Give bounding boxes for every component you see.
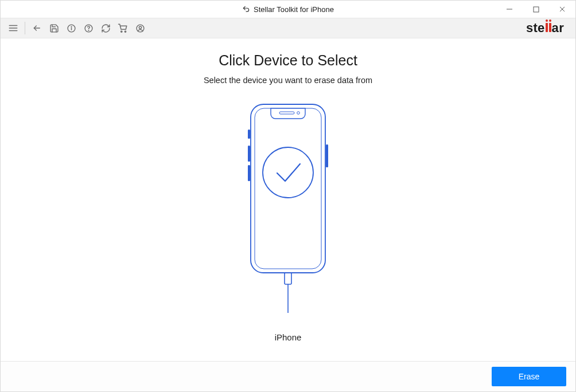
page-subheading: Select the device you want to erase data… bbox=[204, 76, 372, 85]
svg-rect-18 bbox=[285, 273, 291, 284]
minimize-button[interactable] bbox=[496, 1, 523, 18]
app-window: Stellar Toolkit for iPhone bbox=[0, 0, 576, 392]
undo-icon bbox=[242, 5, 250, 13]
refresh-icon[interactable] bbox=[98, 20, 114, 36]
svg-point-10 bbox=[71, 26, 72, 27]
svg-rect-1 bbox=[534, 7, 539, 12]
svg-point-14 bbox=[124, 31, 126, 32]
iphone-illustration bbox=[239, 101, 337, 313]
erase-button[interactable]: Erase bbox=[492, 367, 566, 386]
page-heading: Click Device to Select bbox=[219, 52, 357, 69]
svg-rect-26 bbox=[326, 144, 328, 167]
device-label: iPhone bbox=[275, 332, 302, 342]
svg-rect-24 bbox=[248, 146, 250, 162]
svg-point-16 bbox=[139, 26, 141, 28]
device-selector[interactable]: iPhone bbox=[239, 101, 337, 342]
help-icon[interactable] bbox=[80, 20, 96, 36]
main-content: Click Device to Select Select the device… bbox=[1, 38, 575, 361]
svg-rect-25 bbox=[248, 165, 250, 181]
toolbar: ste ar bbox=[1, 18, 575, 38]
titlebar: Stellar Toolkit for iPhone bbox=[1, 1, 575, 18]
maximize-button[interactable] bbox=[523, 1, 549, 18]
info-icon[interactable] bbox=[63, 20, 79, 36]
cart-icon[interactable] bbox=[115, 20, 131, 36]
toolbar-separator bbox=[25, 22, 25, 34]
menu-icon[interactable] bbox=[5, 20, 21, 36]
svg-point-12 bbox=[88, 30, 89, 30]
window-controls bbox=[496, 1, 575, 18]
svg-rect-19 bbox=[251, 104, 325, 273]
close-button[interactable] bbox=[549, 1, 575, 18]
footer: Erase bbox=[1, 361, 575, 391]
save-icon[interactable] bbox=[46, 20, 62, 36]
back-icon[interactable] bbox=[29, 20, 45, 36]
brand-post: ar bbox=[552, 21, 564, 36]
brand-logo: ste ar bbox=[526, 21, 571, 36]
svg-point-13 bbox=[121, 31, 122, 32]
brand-ll-icon bbox=[545, 23, 552, 32]
brand-pre: ste bbox=[526, 21, 545, 36]
app-title: Stellar Toolkit for iPhone bbox=[254, 5, 334, 14]
svg-rect-23 bbox=[248, 130, 250, 139]
user-icon[interactable] bbox=[132, 20, 148, 36]
